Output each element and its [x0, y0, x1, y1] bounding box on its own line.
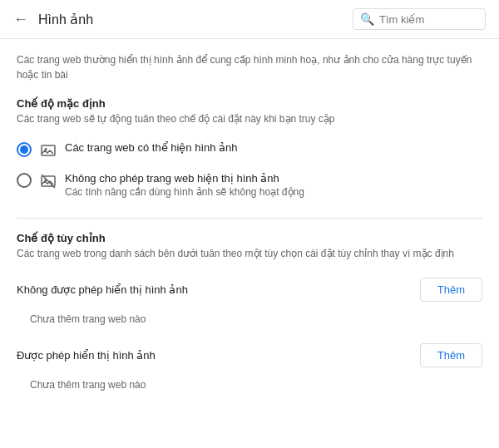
- search-box[interactable]: 🔍: [353, 8, 486, 30]
- image-allowed-icon: [40, 142, 57, 159]
- image-blocked-icon: [40, 173, 57, 190]
- option-allow-content: Các trang web có thể hiện hình ảnh: [65, 141, 482, 154]
- radio-block-images[interactable]: [17, 173, 32, 188]
- default-mode-desc: Các trang web sẽ tự động tuân theo chế đ…: [17, 113, 482, 125]
- allowed-empty: Chưa thêm trang web nào: [17, 376, 482, 401]
- allowed-add-button[interactable]: Thêm: [420, 343, 482, 367]
- search-icon: 🔍: [360, 12, 374, 26]
- not-allowed-empty: Chưa thêm trang web nào: [17, 310, 482, 335]
- option-block-content: Không cho phép trang web hiện thị hình ả…: [65, 172, 482, 198]
- custom-mode-title: Chế độ tùy chỉnh: [17, 232, 482, 244]
- option-block-images[interactable]: Không cho phép trang web hiện thị hình ả…: [17, 165, 482, 204]
- page-description: Các trang web thường hiển thị hình ảnh đ…: [17, 52, 482, 82]
- option-allow-label: Các trang web có thể hiện hình ảnh: [65, 141, 482, 154]
- allowed-row: Được phép hiển thị hình ảnh Thêm: [17, 335, 482, 376]
- header-left: ← Hình ảnh: [13, 12, 93, 27]
- allowed-label: Được phép hiển thị hình ảnh: [17, 349, 156, 362]
- custom-mode-section: Chế độ tùy chỉnh Các trang web trong dan…: [17, 232, 482, 401]
- custom-mode-desc: Các trang web trong danh sách bên dưới t…: [17, 248, 482, 259]
- main-content: Các trang web thường hiển thị hình ảnh đ…: [0, 39, 499, 414]
- option-block-sublabel: Các tính năng cần dùng hình ảnh sẽ không…: [65, 186, 482, 198]
- not-allowed-add-button[interactable]: Thêm: [420, 278, 482, 302]
- page-title: Hình ảnh: [38, 12, 93, 27]
- divider: [17, 218, 482, 219]
- option-block-label: Không cho phép trang web hiện thị hình ả…: [65, 172, 482, 185]
- default-mode-title: Chế độ mặc định: [17, 97, 482, 110]
- back-icon[interactable]: ←: [13, 12, 28, 27]
- radio-allow-images[interactable]: [17, 142, 32, 157]
- not-allowed-row: Không được phép hiển thị hình ảnh Thêm: [17, 269, 482, 310]
- option-allow-images[interactable]: Các trang web có thể hiện hình ảnh: [17, 135, 482, 165]
- page-header: ← Hình ảnh 🔍: [0, 0, 499, 39]
- not-allowed-label: Không được phép hiển thị hình ảnh: [17, 283, 188, 296]
- search-input[interactable]: [379, 13, 479, 26]
